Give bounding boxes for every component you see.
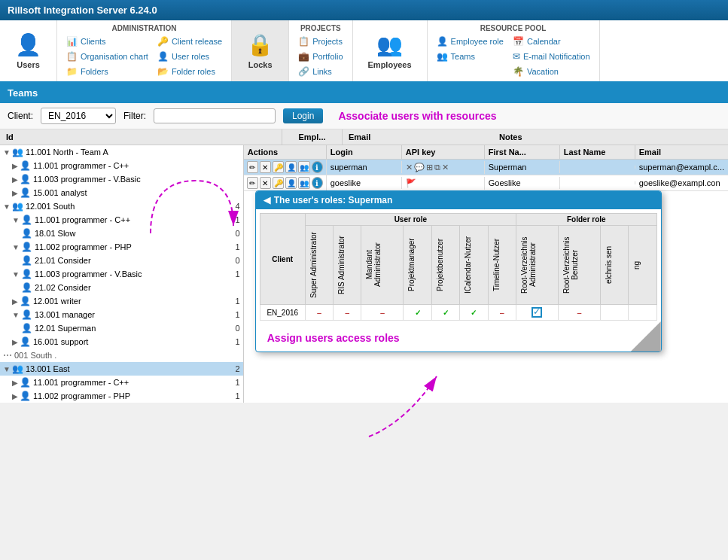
portfolio-label: Portfolio: [312, 52, 343, 61]
locks-label: Locks: [248, 60, 273, 69]
apikey-goeslike: 🚩: [402, 177, 485, 190]
tree-count-php: 1: [229, 242, 240, 251]
tree-item-cpp3[interactable]: ▶ 👤 11.001 programmer - C++ 1: [0, 376, 243, 389]
tree-item-vb1[interactable]: ▶ 👤 11.003 programmer - V.Basic: [0, 172, 243, 186]
role-projekt-manager: Projektmanager: [404, 226, 431, 305]
tree-count-cpp2: 1: [229, 215, 240, 224]
tree-item-south[interactable]: ▼ 👥 12.001 South 4: [0, 199, 243, 213]
user-role-header: User role: [305, 214, 516, 226]
tree-item-php2[interactable]: ▶ 👤 11.002 programmer - PHP 1: [0, 389, 243, 403]
tree-item-vb2[interactable]: ▼ 👤 11.003 programmer - V.Basic 1: [0, 267, 243, 281]
key-icon[interactable]: 🔑: [273, 161, 284, 173]
tree-label-vb1: 11.003 programmer - V.Basic: [33, 175, 226, 184]
nav-client-release[interactable]: 🔑 Client release: [156, 35, 224, 47]
tree-item-cpp2[interactable]: ▼ 👤 11.001 programmer - C++ 1: [0, 213, 243, 227]
tree-item-php[interactable]: ▼ 👤 11.002 programmer - PHP 1: [0, 240, 243, 254]
delete-icon-g[interactable]: ✕: [260, 177, 271, 189]
val-elchnis[interactable]: [600, 305, 628, 321]
val-super[interactable]: –: [305, 305, 333, 321]
nav-folders[interactable]: 📁 Folders: [65, 65, 150, 78]
tree-item-slow[interactable]: 👤 18.01 Slow 0: [0, 227, 243, 240]
tree-item-consider2[interactable]: 👤 21.02 Consider: [0, 281, 243, 294]
group-icon-manager: 👤: [21, 309, 32, 320]
nav-users[interactable]: 👤 Users: [0, 20, 57, 81]
val-timeline[interactable]: –: [488, 305, 516, 321]
user-roles-label: User roles: [172, 52, 209, 61]
tree-item-north[interactable]: ▼ 👥 11.001 North - Team A: [0, 145, 243, 159]
assign-icon-g[interactable]: 👤: [285, 177, 297, 189]
nav-folder-roles[interactable]: 📂 Folder roles: [156, 65, 224, 78]
nav-teams[interactable]: 👥 Teams: [435, 50, 505, 62]
nav-locks[interactable]: 🔒 Locks: [232, 20, 289, 81]
val-ng[interactable]: [629, 305, 656, 321]
key-icon-g[interactable]: 🔑: [273, 177, 284, 189]
tree-item-east[interactable]: ▼ 👥 13.001 East 2: [0, 362, 243, 376]
expand-arrow-support: ▶: [12, 338, 18, 346]
tree-item-south2[interactable]: ⋯ 001 South .: [0, 348, 243, 362]
delete-icon[interactable]: ✕: [260, 161, 271, 173]
api-chat-icon[interactable]: 💬: [414, 163, 425, 172]
val-ical[interactable]: ✓: [460, 305, 488, 321]
tree-count-consider1: 0: [229, 256, 240, 265]
client-select[interactable]: EN_2016: [41, 108, 116, 124]
tree-label-cpp3: 11.001 programmer - C++: [33, 378, 226, 387]
dots-icon: ⋯: [3, 350, 12, 361]
info-icon-g[interactable]: ℹ: [312, 177, 323, 189]
nav-user-roles[interactable]: 👤 User roles: [156, 50, 224, 62]
nav-clients[interactable]: 📊 Clients: [65, 35, 150, 47]
val-root-admin[interactable]: ✓: [516, 305, 558, 321]
flag-icon[interactable]: 🚩: [406, 178, 416, 188]
login-button[interactable]: Login: [283, 108, 323, 123]
val-root-ben[interactable]: –: [558, 305, 600, 321]
expand-arrow-php2: ▶: [12, 392, 18, 400]
expand-arrow-cpp2: ▼: [12, 216, 20, 224]
nav-vacation[interactable]: 🌴 Vacation: [511, 65, 592, 78]
nav-employee-role[interactable]: 👤 Employee role: [435, 35, 505, 47]
tree-item-consider1[interactable]: 👤 21.01 Consider 0: [0, 254, 243, 267]
portfolio-icon: 💼: [298, 51, 309, 62]
tree-item-support[interactable]: ▶ 👤 16.001 support 1: [0, 335, 243, 348]
nav-projects-item[interactable]: 📋 Projects: [297, 35, 344, 47]
tree-label-superman: 12.01 Superman: [35, 324, 226, 333]
api-copy-icon[interactable]: ⧉: [434, 163, 440, 172]
actions-goeslike: ✏ ✕ 🔑 👤 👥 ℹ: [244, 175, 327, 190]
roles-popup-title: The user's roles: Superman: [274, 195, 393, 205]
person-icon-consider1: 👤: [21, 255, 32, 266]
nav-portfolio[interactable]: 💼 Portfolio: [297, 50, 344, 62]
api-grid-icon[interactable]: ⊞: [426, 163, 433, 172]
uh-actions: Actions: [244, 145, 327, 159]
nav-employees[interactable]: 👥 Employees: [353, 20, 428, 81]
tree-label-php: 11.002 programmer - PHP: [35, 242, 226, 251]
tree-item-writer[interactable]: ▶ 👤 12.001 writer 1: [0, 294, 243, 308]
nav-administration: ADMINISTRATION 📊 Clients 📋 Organisation …: [57, 20, 232, 81]
val-mandant[interactable]: –: [361, 305, 404, 321]
info-icon[interactable]: ℹ: [312, 161, 323, 173]
user-row-superman[interactable]: ✏ ✕ 🔑 👤 👥 ℹ superman ✕ 💬 ⊞ ⧉ ✕ S: [244, 160, 728, 175]
val-projekt-ben[interactable]: ✓: [431, 305, 459, 321]
tree-item-analyst[interactable]: ▶ 👤 15.001 analyst: [0, 186, 243, 199]
api-close-icon[interactable]: ✕: [442, 163, 449, 172]
nav-org-chart[interactable]: 📋 Organisation chart: [65, 50, 150, 62]
nav-email-notification[interactable]: ✉ E-mail Notification: [511, 50, 592, 62]
assign-icon[interactable]: 👤: [285, 161, 297, 173]
user-row-goeslike[interactable]: ✏ ✕ 🔑 👤 👥 ℹ goeslike 🚩 Goeslike goeslike…: [244, 175, 728, 191]
edit-icon[interactable]: ✏: [247, 161, 258, 173]
assign2-icon[interactable]: 👥: [298, 161, 309, 173]
back-arrow-icon[interactable]: ◀: [263, 195, 270, 205]
api-x-icon[interactable]: ✕: [406, 163, 413, 172]
val-projekt-mgr[interactable]: ✓: [404, 305, 431, 321]
group-icon-writer: 👤: [20, 296, 31, 306]
nav-calendar[interactable]: 📅 Calendar: [511, 35, 592, 47]
tree-label-consider1: 21.01 Consider: [35, 256, 226, 265]
tree-item-superman[interactable]: 👤 12.01 Superman 0: [0, 321, 243, 335]
nav-links[interactable]: 🔗 Links: [297, 65, 344, 78]
edit-icon-g[interactable]: ✏: [247, 177, 258, 189]
filter-input[interactable]: [154, 108, 276, 123]
expand-arrow-manager: ▼: [12, 311, 20, 319]
val-ris[interactable]: –: [334, 305, 361, 321]
tree-item-manager[interactable]: ▼ 👤 13.001 manager 1: [0, 308, 243, 321]
resource-col2: 📅 Calendar ✉ E-mail Notification 🌴 Vacat…: [511, 35, 592, 78]
assign2-icon-g[interactable]: 👥: [298, 177, 309, 189]
tree-item-cpp1[interactable]: ▶ 👤 11.001 programmer - C++: [0, 159, 243, 172]
employee-role-icon: 👤: [437, 36, 448, 47]
